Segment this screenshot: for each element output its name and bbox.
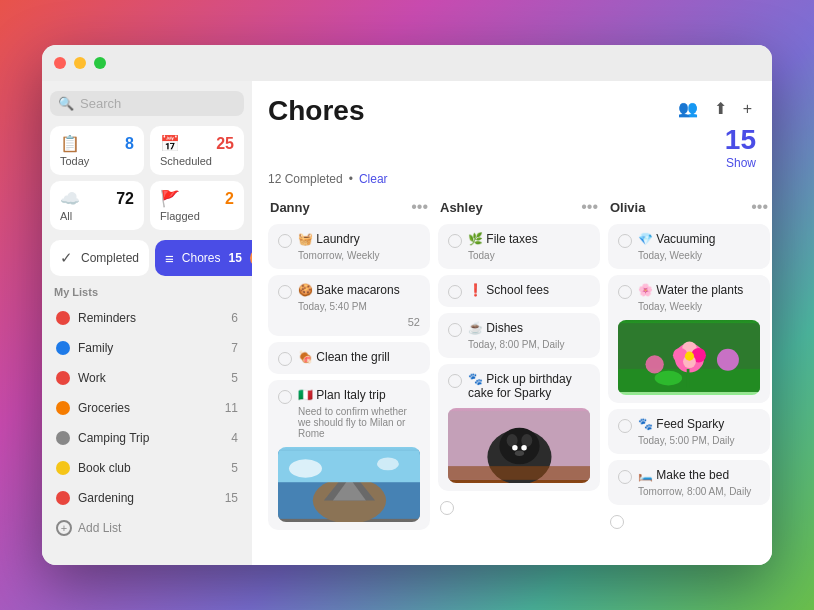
add-list-button[interactable]: + Add List — [50, 516, 244, 540]
task-macarons[interactable]: 🍪 Bake macarons Today, 5:40 PM 52 — [268, 275, 430, 336]
task-make-bed[interactable]: 🛏️ Make the bed Tomorrow, 8:00 AM, Daily — [608, 460, 770, 505]
svg-rect-15 — [448, 466, 590, 480]
list-item-bookclub[interactable]: Book club 5 — [50, 456, 244, 480]
list-item-work[interactable]: Work 5 — [50, 366, 244, 390]
svg-point-25 — [717, 349, 739, 371]
list-item-gardening[interactable]: Gardening 15 — [50, 486, 244, 510]
task-circle — [278, 234, 292, 248]
task-sub: Need to confirm whether we should fly to… — [298, 406, 420, 439]
clear-button[interactable]: Clear — [359, 172, 388, 186]
task-feed-sparky[interactable]: 🐾 Feed Sparky Today, 5:00 PM, Daily — [608, 409, 770, 454]
scheduled-icon: 📅 — [160, 134, 180, 153]
ashley-bottom — [438, 497, 600, 519]
task-circle — [448, 323, 462, 337]
search-bar[interactable]: 🔍 Search — [50, 91, 244, 116]
share-icon[interactable]: 👥 — [674, 95, 702, 122]
export-icon[interactable]: ⬆ — [710, 95, 731, 122]
italy-svg — [278, 447, 420, 522]
search-input[interactable]: Search — [80, 96, 121, 111]
task-clean-grill[interactable]: 🍖 Clean the grill — [268, 342, 430, 374]
chores-item[interactable]: ≡ Chores 15 👤 — [155, 240, 252, 276]
task-circle — [448, 285, 462, 299]
family-label: Family — [78, 341, 223, 355]
column-ashley: Ashley ••• 🌿 File taxes Today ❗ Sc — [434, 194, 604, 555]
reminders-label: Reminders — [78, 311, 223, 325]
task-circle — [278, 352, 292, 366]
maximize-button[interactable] — [94, 57, 106, 69]
gardening-dot — [56, 491, 70, 505]
task-laundry[interactable]: 🧺 Laundry Tomorrow, Weekly — [268, 224, 430, 269]
task-sub: Today, Weekly — [638, 250, 760, 261]
titlebar — [42, 45, 772, 81]
col-title-danny: Danny — [270, 200, 310, 215]
task-title: 🍪 Bake macarons — [298, 283, 400, 297]
today-icon: 📋 — [60, 134, 80, 153]
task-taxes[interactable]: 🌿 File taxes Today — [438, 224, 600, 269]
svg-point-9 — [499, 428, 539, 465]
task-count: 15 — [725, 124, 756, 156]
all-item[interactable]: ☁️ 72 All — [50, 181, 144, 230]
main-panel: Chores 👥 ⬆ + 15 Show 12 Completed • Clea… — [252, 81, 772, 565]
italy-image — [278, 447, 420, 522]
camping-dot — [56, 431, 70, 445]
scheduled-label: Scheduled — [160, 155, 234, 167]
task-school-fees[interactable]: ❗ School fees — [438, 275, 600, 307]
danny-more-icon[interactable]: ••• — [411, 198, 428, 216]
flowers-svg — [618, 320, 760, 395]
dog-image — [448, 408, 590, 483]
task-birthday-cake[interactable]: 🐾 Pick up birthday cake for Sparky — [438, 364, 600, 491]
flagged-label: Flagged — [160, 210, 234, 222]
empty-circle — [440, 501, 454, 515]
close-button[interactable] — [54, 57, 66, 69]
olivia-more-icon[interactable]: ••• — [751, 198, 768, 216]
svg-point-6 — [377, 457, 399, 470]
scheduled-item[interactable]: 📅 25 Scheduled — [150, 126, 244, 175]
today-label: Today — [60, 155, 134, 167]
my-lists-label: My Lists — [50, 282, 244, 300]
minimize-button[interactable] — [74, 57, 86, 69]
svg-point-14 — [515, 451, 524, 456]
task-title: ❗ School fees — [468, 283, 549, 297]
task-italy[interactable]: 🇮🇹 Plan Italy trip Need to confirm wheth… — [268, 380, 430, 530]
flagged-item[interactable]: 🚩 2 Flagged — [150, 181, 244, 230]
col-header-ashley: Ashley ••• — [438, 194, 600, 224]
bookclub-label: Book club — [78, 461, 223, 475]
task-sub: Tomorrow, 8:00 AM, Daily — [638, 486, 760, 497]
list-item-camping[interactable]: Camping Trip 4 — [50, 426, 244, 450]
sidebar: 🔍 Search 📋 8 Today 📅 25 Scheduled — [42, 81, 252, 565]
task-title: ☕ Dishes — [468, 321, 523, 335]
bookclub-dot — [56, 461, 70, 475]
task-vacuuming[interactable]: 💎 Vacuuming Today, Weekly — [608, 224, 770, 269]
col-title-ashley: Ashley — [440, 200, 483, 215]
reminders-dot — [56, 311, 70, 325]
completed-item[interactable]: ✓ Completed — [50, 240, 149, 276]
task-title: 💎 Vacuuming — [638, 232, 715, 246]
empty-circle — [610, 515, 624, 529]
smart-items-grid: 📋 8 Today 📅 25 Scheduled ☁️ 72 — [50, 126, 244, 230]
family-dot — [56, 341, 70, 355]
groceries-dot — [56, 401, 70, 415]
task-dishes[interactable]: ☕ Dishes Today, 8:00 PM, Daily — [438, 313, 600, 358]
ashley-more-icon[interactable]: ••• — [581, 198, 598, 216]
list-item-reminders[interactable]: Reminders 6 — [50, 306, 244, 330]
gardening-count: 15 — [225, 491, 238, 505]
task-sub: Today, Weekly — [638, 301, 760, 312]
main-header: Chores 👥 ⬆ + 15 Show — [252, 81, 772, 170]
add-list-label: Add List — [78, 521, 121, 535]
header-right: 👥 ⬆ + 15 Show — [674, 95, 756, 170]
reminders-count: 6 — [231, 311, 238, 325]
list-item-groceries[interactable]: Groceries 11 — [50, 396, 244, 420]
col-title-olivia: Olivia — [610, 200, 645, 215]
list-item-family[interactable]: Family 7 — [50, 336, 244, 360]
task-circle — [618, 285, 632, 299]
flowers-image — [618, 320, 760, 395]
show-button[interactable]: Show — [726, 156, 756, 170]
svg-point-27 — [655, 371, 682, 386]
today-count: 8 — [125, 135, 134, 153]
scheduled-count: 25 — [216, 135, 234, 153]
svg-point-5 — [289, 459, 322, 477]
task-water-plants[interactable]: 🌸 Water the plants Today, Weekly — [608, 275, 770, 403]
add-button[interactable]: + — [739, 96, 756, 122]
today-item[interactable]: 📋 8 Today — [50, 126, 144, 175]
svg-point-10 — [507, 434, 518, 447]
